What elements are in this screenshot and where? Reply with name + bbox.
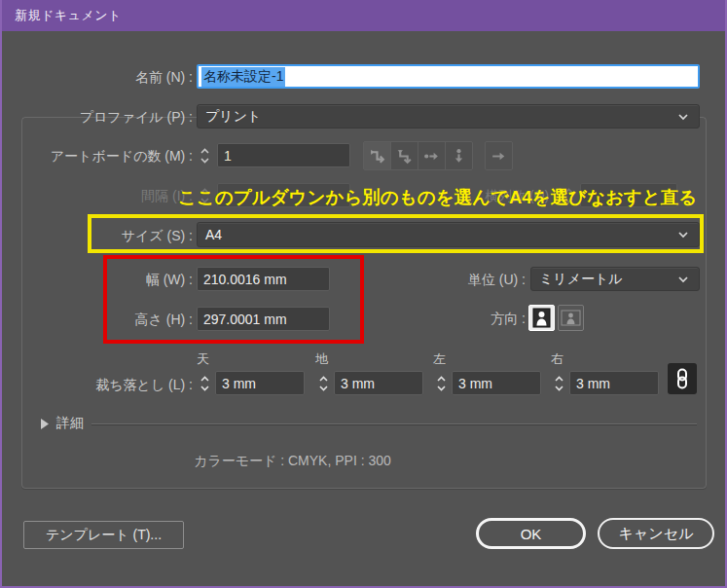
cancel-button-label: キャンセル	[619, 525, 694, 543]
height-input[interactable]: 297.0001 mm	[197, 307, 330, 331]
bleed-left-input[interactable]: 3 mm	[452, 371, 541, 395]
details-label: 詳細	[56, 415, 84, 432]
window-title: 新規ドキュメント	[2, 7, 122, 24]
details-divider	[91, 423, 697, 424]
grid-by-column-icon	[395, 147, 414, 165]
chevron-down-icon	[677, 276, 689, 283]
bleed-top-value: 3 mm	[222, 376, 256, 391]
width-label: 幅 (W) :	[2, 272, 193, 289]
width-value: 210.0016 mm	[203, 272, 287, 287]
title-bar[interactable]: 新規ドキュメント	[2, 0, 725, 31]
bleed-bottom-input[interactable]: 3 mm	[334, 371, 423, 395]
grid-by-column-button[interactable]	[390, 141, 418, 170]
bleed-left-value: 3 mm	[458, 376, 492, 391]
arrange-by-row-button[interactable]	[418, 141, 446, 170]
flow-direction-button[interactable]	[485, 141, 513, 170]
grid-by-row-icon	[368, 147, 386, 165]
template-button[interactable]: テンプレート (T)...	[23, 521, 184, 549]
ok-button[interactable]: OK	[476, 518, 586, 549]
portrait-icon	[532, 308, 551, 328]
artboards-stepper[interactable]	[197, 143, 212, 167]
bleed-bottom-stepper[interactable]	[315, 371, 331, 395]
bleed-left-header: 左	[433, 350, 446, 368]
profile-value: プリント	[205, 108, 261, 126]
landscape-button[interactable]	[558, 305, 584, 331]
new-document-dialog: 新規ドキュメント 名前 (N) : 名称未設定-1 プロファイル (P) : プ…	[0, 0, 727, 588]
bleed-top-input[interactable]: 3 mm	[215, 371, 305, 395]
unit-label: 単位 (U) :	[382, 272, 526, 289]
chevron-down-icon	[677, 113, 689, 121]
bleed-left-stepper[interactable]	[433, 371, 449, 395]
annotation-text: ここのプルダウンから別のものを選んでA4を選びなおすと直る	[178, 185, 697, 209]
name-input[interactable]: 名称未設定-1	[197, 64, 700, 89]
height-value: 297.0001 mm	[203, 312, 287, 327]
unit-value: ミリメートル	[539, 271, 623, 288]
height-label: 高さ (H) :	[2, 312, 193, 329]
settings-groupbox	[21, 117, 707, 489]
bleed-right-header: 右	[551, 350, 563, 368]
arrange-by-column-button[interactable]	[445, 141, 473, 170]
spacing-label: 間隔 (I) :	[2, 188, 193, 205]
size-value: A4	[205, 227, 222, 242]
size-label: サイズ (S) :	[2, 228, 193, 245]
bleed-right-stepper[interactable]	[551, 371, 566, 395]
bleed-right-value: 3 mm	[576, 376, 610, 391]
chain-link-icon	[675, 368, 689, 389]
ok-button-label: OK	[521, 526, 542, 542]
bleed-top-stepper[interactable]	[197, 371, 212, 395]
landscape-icon	[561, 310, 581, 326]
arrange-by-column-icon	[450, 147, 468, 165]
bleed-bottom-header: 地	[315, 350, 328, 368]
bleed-label: 裁ち落とし (L) :	[2, 377, 193, 394]
portrait-button[interactable]	[528, 305, 555, 331]
width-input[interactable]: 210.0016 mm	[197, 267, 330, 291]
details-expander[interactable]: 詳細	[41, 415, 84, 432]
name-label: 名前 (N) :	[2, 69, 193, 87]
template-button-label: テンプレート (T)...	[46, 527, 162, 544]
size-select[interactable]: A4	[197, 222, 700, 247]
triangle-right-icon	[41, 419, 49, 429]
bleed-top-header: 天	[197, 350, 209, 368]
selected-text: 名称未設定-1	[201, 67, 285, 87]
artboard-arrangement-group	[363, 141, 473, 170]
profile-select[interactable]: プリント	[197, 104, 700, 129]
link-bleed-values-button[interactable]	[668, 363, 697, 394]
profile-label: プロファイル (P) :	[2, 109, 193, 127]
chevron-down-icon	[677, 231, 689, 239]
cancel-button[interactable]: キャンセル	[598, 518, 714, 549]
grid-by-row-button[interactable]	[363, 141, 391, 170]
flow-direction-icon	[490, 147, 508, 165]
bleed-right-input[interactable]: 3 mm	[569, 371, 659, 395]
orientation-label: 方向 :	[411, 311, 526, 328]
arrange-by-row-icon	[422, 147, 441, 165]
artboards-label: アートボードの数 (M) :	[2, 148, 193, 165]
unit-select[interactable]: ミリメートル	[530, 267, 700, 291]
bleed-bottom-value: 3 mm	[341, 376, 375, 391]
artboards-input[interactable]: 1	[217, 143, 350, 167]
color-mode-text: カラーモード : CMYK, PPI : 300	[194, 453, 391, 470]
artboards-value: 1	[224, 148, 232, 164]
